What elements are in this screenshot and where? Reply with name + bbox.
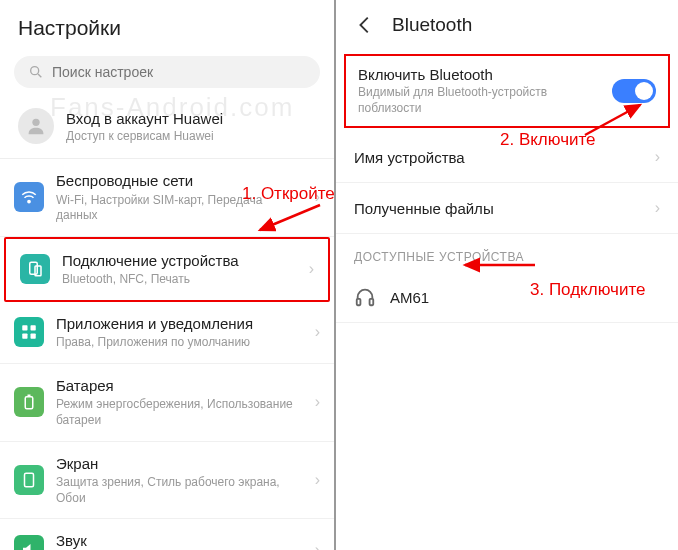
svg-rect-7 — [31, 326, 36, 331]
account-title: Вход в аккаунт Huawei — [66, 110, 223, 127]
search-icon — [28, 64, 44, 80]
chevron-right-icon: › — [315, 393, 320, 411]
item-wireless[interactable]: Беспроводные сети Wi-Fi, Настройки SIM-к… — [0, 159, 334, 237]
item-title: Звук — [56, 531, 303, 550]
chevron-right-icon: › — [315, 541, 320, 550]
item-screen[interactable]: Экран Защита зрения, Стиль рабочего экра… — [0, 442, 334, 520]
headphones-icon — [354, 286, 376, 308]
search-box[interactable] — [14, 56, 320, 88]
screen-icon — [14, 465, 44, 495]
device-name: AM61 — [390, 289, 429, 306]
apps-icon — [14, 317, 44, 347]
account-row[interactable]: Вход в аккаунт Huawei Доступ к сервисам … — [0, 100, 334, 159]
settings-header: Настройки — [0, 0, 334, 52]
bt-enable-title: Включить Bluetooth — [358, 66, 602, 83]
item-sub: Wi-Fi, Настройки SIM-карт, Передача данн… — [56, 193, 303, 224]
device-name-label: Имя устройства — [354, 149, 655, 166]
bt-enable-row[interactable]: Включить Bluetooth Видимый для Bluetooth… — [344, 54, 670, 128]
chevron-right-icon: › — [315, 471, 320, 489]
device-icon — [20, 254, 50, 284]
item-apps[interactable]: Приложения и уведомления Права, Приложен… — [0, 302, 334, 364]
available-devices-header: ДОСТУПНЫЕ УСТРОЙСТВА — [336, 234, 678, 272]
item-title: Беспроводные сети — [56, 171, 303, 191]
item-title: Экран — [56, 454, 303, 474]
received-files-label: Полученные файлы — [354, 200, 655, 217]
svg-rect-10 — [25, 397, 33, 409]
search-input[interactable] — [52, 64, 306, 80]
sound-icon — [14, 535, 44, 550]
account-sub: Доступ к сервисам Huawei — [66, 129, 223, 143]
item-sub: Режим энергосбережения, Использование ба… — [56, 397, 303, 428]
chevron-right-icon: › — [315, 188, 320, 206]
item-title: Батарея — [56, 376, 303, 396]
battery-icon — [14, 387, 44, 417]
wifi-icon — [14, 182, 44, 212]
person-icon — [25, 115, 47, 137]
bt-title: Bluetooth — [392, 14, 472, 36]
svg-point-3 — [28, 201, 30, 203]
device-row[interactable]: AM61 — [336, 272, 678, 323]
item-title: Подключение устройства — [62, 251, 297, 271]
settings-panel: Настройки Вход в аккаунт Huawei Доступ к… — [0, 0, 336, 550]
item-sub: Защита зрения, Стиль рабочего экрана, Об… — [56, 475, 303, 506]
bluetooth-panel: Bluetooth Включить Bluetooth Видимый для… — [336, 0, 678, 550]
svg-rect-8 — [22, 334, 27, 339]
item-sound[interactable]: Звук Не беспокоить, Мелодия вызова, Вибр… — [0, 519, 334, 550]
svg-rect-12 — [25, 473, 34, 487]
device-name-row[interactable]: Имя устройства › — [336, 132, 678, 183]
svg-rect-6 — [22, 326, 27, 331]
chevron-right-icon: › — [655, 199, 660, 217]
chevron-right-icon: › — [309, 260, 314, 278]
svg-rect-4 — [30, 262, 38, 274]
svg-rect-9 — [31, 334, 36, 339]
svg-line-1 — [38, 74, 41, 77]
svg-rect-16 — [370, 299, 374, 305]
chevron-right-icon: › — [315, 323, 320, 341]
item-sub: Bluetooth, NFC, Печать — [62, 272, 297, 288]
bt-header: Bluetooth — [336, 0, 678, 50]
avatar — [18, 108, 54, 144]
back-arrow-icon[interactable] — [354, 14, 376, 36]
item-device-connection[interactable]: Подключение устройства Bluetooth, NFC, П… — [4, 237, 330, 302]
svg-point-0 — [31, 67, 39, 75]
bt-toggle-switch[interactable] — [612, 79, 656, 103]
item-title: Приложения и уведомления — [56, 314, 303, 334]
chevron-right-icon: › — [655, 148, 660, 166]
item-sub: Права, Приложения по умолчанию — [56, 335, 303, 351]
received-files-row[interactable]: Полученные файлы › — [336, 183, 678, 234]
svg-point-2 — [32, 119, 39, 126]
bt-enable-sub: Видимый для Bluetooth-устройств поблизос… — [358, 85, 602, 116]
svg-rect-15 — [357, 299, 361, 305]
settings-title: Настройки — [18, 16, 316, 40]
item-battery[interactable]: Батарея Режим энергосбережения, Использо… — [0, 364, 334, 442]
